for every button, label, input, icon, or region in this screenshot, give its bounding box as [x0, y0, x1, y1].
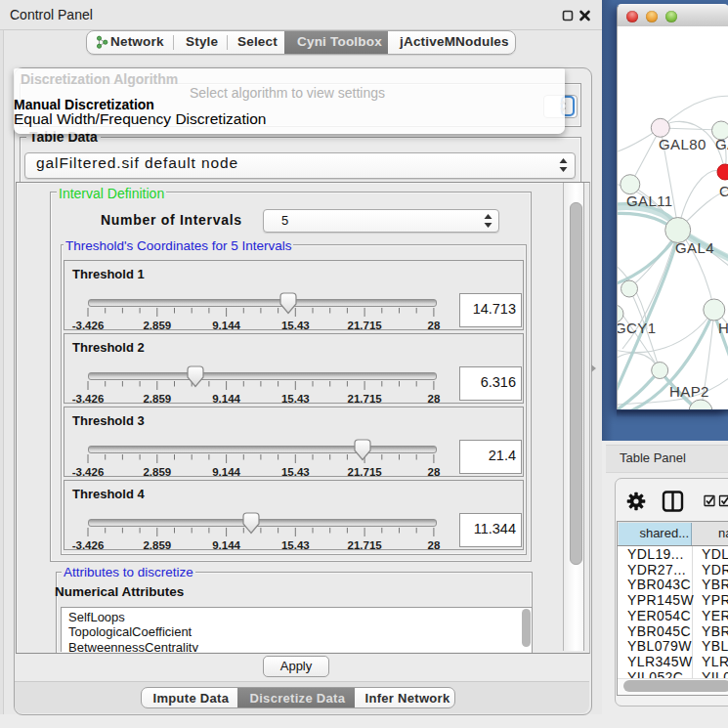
svg-text:GAL11: GAL11 [626, 193, 673, 209]
svg-text:GCY1: GCY1 [618, 320, 656, 336]
svg-text:HAP2: HAP2 [669, 383, 709, 400]
svg-text:GA: GA [715, 136, 728, 152]
svg-text:HI: HI [718, 320, 728, 336]
svg-text:CO: CO [719, 183, 728, 199]
svg-text:GAL80: GAL80 [659, 136, 707, 152]
svg-text:GAL4: GAL4 [675, 239, 714, 256]
